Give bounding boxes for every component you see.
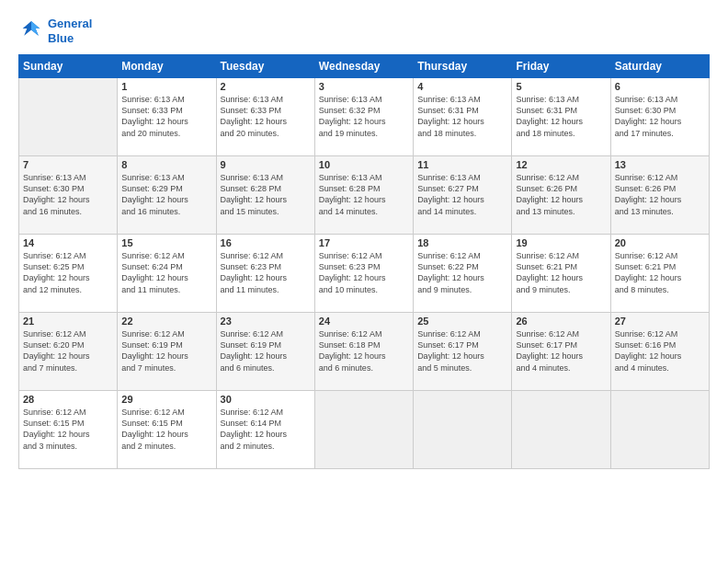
day-header-monday: Monday (118, 55, 216, 78)
day-number: 13 (615, 159, 705, 170)
day-info: Sunrise: 6:13 AMSunset: 6:31 PMDaylight:… (417, 94, 507, 139)
day-number: 27 (615, 316, 705, 327)
day-info: Sunrise: 6:12 AMSunset: 6:15 PMDaylight:… (23, 407, 113, 452)
calendar-cell (19, 78, 118, 156)
day-info: Sunrise: 6:12 AMSunset: 6:19 PMDaylight:… (121, 328, 211, 373)
day-info: Sunrise: 6:12 AMSunset: 6:24 PMDaylight:… (121, 250, 211, 295)
day-number: 18 (417, 237, 507, 248)
calendar-cell: 5Sunrise: 6:13 AMSunset: 6:31 PMDaylight… (512, 78, 610, 156)
calendar-cell: 4Sunrise: 6:13 AMSunset: 6:31 PMDaylight… (414, 78, 512, 156)
day-info: Sunrise: 6:12 AMSunset: 6:26 PMDaylight:… (615, 172, 705, 217)
day-number: 3 (319, 81, 409, 92)
day-info: Sunrise: 6:12 AMSunset: 6:17 PMDaylight:… (516, 328, 606, 373)
calendar-cell: 11Sunrise: 6:13 AMSunset: 6:27 PMDayligh… (414, 156, 512, 235)
calendar-cell: 25Sunrise: 6:12 AMSunset: 6:17 PMDayligh… (414, 313, 512, 391)
calendar-cell: 29Sunrise: 6:12 AMSunset: 6:15 PMDayligh… (118, 391, 216, 469)
day-number: 11 (417, 159, 507, 170)
calendar-cell: 9Sunrise: 6:13 AMSunset: 6:28 PMDaylight… (216, 156, 314, 235)
calendar-cell (512, 391, 610, 469)
day-number: 23 (221, 316, 311, 327)
day-number: 17 (319, 237, 409, 248)
day-info: Sunrise: 6:12 AMSunset: 6:14 PMDaylight:… (221, 407, 311, 452)
day-header-thursday: Thursday (414, 55, 512, 78)
day-number: 26 (516, 316, 606, 327)
day-number: 28 (23, 394, 113, 405)
calendar-cell: 14Sunrise: 6:12 AMSunset: 6:25 PMDayligh… (19, 235, 118, 313)
calendar-cell: 26Sunrise: 6:12 AMSunset: 6:17 PMDayligh… (512, 313, 610, 391)
calendar-cell: 3Sunrise: 6:13 AMSunset: 6:32 PMDaylight… (314, 78, 413, 156)
day-info: Sunrise: 6:13 AMSunset: 6:27 PMDaylight:… (417, 172, 507, 217)
day-info: Sunrise: 6:13 AMSunset: 6:31 PMDaylight:… (516, 94, 606, 139)
day-info: Sunrise: 6:12 AMSunset: 6:23 PMDaylight:… (221, 250, 311, 295)
day-number: 2 (221, 81, 311, 92)
day-info: Sunrise: 6:13 AMSunset: 6:29 PMDaylight:… (121, 172, 211, 217)
header-row: SundayMondayTuesdayWednesdayThursdayFrid… (19, 55, 710, 78)
day-info: Sunrise: 6:12 AMSunset: 6:20 PMDaylight:… (23, 328, 113, 373)
day-info: Sunrise: 6:12 AMSunset: 6:25 PMDaylight:… (23, 250, 113, 295)
day-number: 16 (221, 237, 311, 248)
day-info: Sunrise: 6:13 AMSunset: 6:30 PMDaylight:… (615, 94, 705, 139)
calendar-cell (414, 391, 512, 469)
day-info: Sunrise: 6:13 AMSunset: 6:28 PMDaylight:… (319, 172, 409, 217)
day-info: Sunrise: 6:12 AMSunset: 6:21 PMDaylight:… (615, 250, 705, 295)
calendar-cell: 7Sunrise: 6:13 AMSunset: 6:30 PMDaylight… (19, 156, 118, 235)
day-info: Sunrise: 6:12 AMSunset: 6:26 PMDaylight:… (516, 172, 606, 217)
day-number: 9 (221, 159, 311, 170)
week-row-4: 21Sunrise: 6:12 AMSunset: 6:20 PMDayligh… (19, 313, 710, 391)
calendar-cell: 18Sunrise: 6:12 AMSunset: 6:22 PMDayligh… (414, 235, 512, 313)
calendar-cell: 28Sunrise: 6:12 AMSunset: 6:15 PMDayligh… (19, 391, 118, 469)
day-number: 5 (516, 81, 606, 92)
logo-text: General Blue (48, 17, 92, 45)
day-info: Sunrise: 6:12 AMSunset: 6:21 PMDaylight:… (516, 250, 606, 295)
logo: General Blue (18, 17, 92, 45)
day-info: Sunrise: 6:12 AMSunset: 6:23 PMDaylight:… (319, 250, 409, 295)
day-info: Sunrise: 6:13 AMSunset: 6:33 PMDaylight:… (221, 94, 311, 139)
logo-icon (18, 18, 44, 44)
day-number: 10 (319, 159, 409, 170)
day-info: Sunrise: 6:13 AMSunset: 6:33 PMDaylight:… (121, 94, 211, 139)
calendar-cell: 23Sunrise: 6:12 AMSunset: 6:19 PMDayligh… (216, 313, 314, 391)
day-info: Sunrise: 6:12 AMSunset: 6:17 PMDaylight:… (417, 328, 507, 373)
day-number: 19 (516, 237, 606, 248)
calendar-cell (314, 391, 413, 469)
calendar-cell: 16Sunrise: 6:12 AMSunset: 6:23 PMDayligh… (216, 235, 314, 313)
day-info: Sunrise: 6:13 AMSunset: 6:32 PMDaylight:… (319, 94, 409, 139)
day-number: 20 (615, 237, 705, 248)
day-number: 4 (417, 81, 507, 92)
day-number: 6 (615, 81, 705, 92)
day-number: 14 (23, 237, 113, 248)
calendar-cell: 19Sunrise: 6:12 AMSunset: 6:21 PMDayligh… (512, 235, 610, 313)
day-number: 24 (319, 316, 409, 327)
week-row-3: 14Sunrise: 6:12 AMSunset: 6:25 PMDayligh… (19, 235, 710, 313)
day-info: Sunrise: 6:12 AMSunset: 6:16 PMDaylight:… (615, 328, 705, 373)
calendar-cell: 12Sunrise: 6:12 AMSunset: 6:26 PMDayligh… (512, 156, 610, 235)
week-row-2: 7Sunrise: 6:13 AMSunset: 6:30 PMDaylight… (19, 156, 710, 235)
day-info: Sunrise: 6:12 AMSunset: 6:18 PMDaylight:… (319, 328, 409, 373)
day-header-sunday: Sunday (19, 55, 118, 78)
calendar-cell: 8Sunrise: 6:13 AMSunset: 6:29 PMDaylight… (118, 156, 216, 235)
day-info: Sunrise: 6:12 AMSunset: 6:15 PMDaylight:… (121, 407, 211, 452)
calendar-cell: 10Sunrise: 6:13 AMSunset: 6:28 PMDayligh… (314, 156, 413, 235)
day-header-friday: Friday (512, 55, 610, 78)
day-number: 1 (121, 81, 211, 92)
day-number: 12 (516, 159, 606, 170)
calendar-cell: 6Sunrise: 6:13 AMSunset: 6:30 PMDaylight… (610, 78, 709, 156)
day-header-tuesday: Tuesday (216, 55, 314, 78)
calendar-cell: 27Sunrise: 6:12 AMSunset: 6:16 PMDayligh… (610, 313, 709, 391)
day-number: 30 (221, 394, 311, 405)
week-row-5: 28Sunrise: 6:12 AMSunset: 6:15 PMDayligh… (19, 391, 710, 469)
day-info: Sunrise: 6:13 AMSunset: 6:30 PMDaylight:… (23, 172, 113, 217)
day-number: 15 (121, 237, 211, 248)
week-row-1: 1Sunrise: 6:13 AMSunset: 6:33 PMDaylight… (19, 78, 710, 156)
day-number: 7 (23, 159, 113, 170)
page: General Blue SundayMondayTuesdayWednesda… (0, 0, 728, 563)
day-header-wednesday: Wednesday (314, 55, 413, 78)
day-header-saturday: Saturday (610, 55, 709, 78)
svg-marker-1 (31, 21, 40, 36)
calendar-cell: 24Sunrise: 6:12 AMSunset: 6:18 PMDayligh… (314, 313, 413, 391)
calendar-cell: 17Sunrise: 6:12 AMSunset: 6:23 PMDayligh… (314, 235, 413, 313)
day-number: 21 (23, 316, 113, 327)
calendar-cell (610, 391, 709, 469)
calendar-cell: 30Sunrise: 6:12 AMSunset: 6:14 PMDayligh… (216, 391, 314, 469)
day-info: Sunrise: 6:12 AMSunset: 6:22 PMDaylight:… (417, 250, 507, 295)
